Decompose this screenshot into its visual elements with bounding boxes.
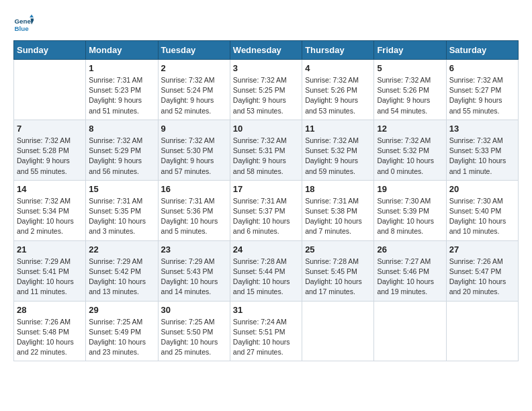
day-number: 21: [17, 244, 83, 255]
day-number: 13: [449, 124, 515, 134]
day-number: 1: [89, 63, 154, 73]
day-number: 5: [377, 63, 443, 73]
day-number: 23: [161, 244, 227, 255]
calendar-cell: 14Sunrise: 7:32 AMSunset: 5:34 PMDayligh…: [14, 180, 86, 240]
week-row-4: 21Sunrise: 7:29 AMSunset: 5:41 PMDayligh…: [14, 240, 519, 301]
day-number: 24: [233, 244, 299, 255]
day-info: Sunrise: 7:32 AMSunset: 5:31 PMDaylight:…: [233, 136, 299, 177]
calendar-cell: 29Sunrise: 7:25 AMSunset: 5:49 PMDayligh…: [86, 301, 158, 361]
day-number: 30: [161, 305, 227, 315]
day-info: Sunrise: 7:30 AMSunset: 5:40 PMDaylight:…: [449, 196, 515, 237]
calendar-cell: 6Sunrise: 7:32 AMSunset: 5:27 PMDaylight…: [446, 60, 518, 120]
day-info: Sunrise: 7:32 AMSunset: 5:32 PMDaylight:…: [377, 136, 443, 177]
day-number: 12: [377, 124, 443, 134]
calendar-cell: 11Sunrise: 7:32 AMSunset: 5:32 PMDayligh…: [302, 120, 374, 180]
calendar-cell: 5Sunrise: 7:32 AMSunset: 5:26 PMDaylight…: [374, 60, 446, 120]
calendar-cell: 13Sunrise: 7:32 AMSunset: 5:33 PMDayligh…: [446, 120, 518, 180]
week-row-1: 1Sunrise: 7:31 AMSunset: 5:23 PMDaylight…: [14, 60, 519, 120]
calendar-cell: 7Sunrise: 7:32 AMSunset: 5:28 PMDaylight…: [14, 120, 86, 180]
day-info: Sunrise: 7:26 AMSunset: 5:47 PMDaylight:…: [449, 257, 515, 298]
day-number: 8: [89, 124, 154, 134]
day-number: 14: [17, 184, 83, 194]
day-info: Sunrise: 7:31 AMSunset: 5:35 PMDaylight:…: [89, 196, 154, 237]
day-number: 22: [89, 244, 154, 255]
calendar-cell: 2Sunrise: 7:32 AMSunset: 5:24 PMDaylight…: [158, 60, 230, 120]
day-number: 2: [161, 63, 227, 73]
calendar-cell: 9Sunrise: 7:32 AMSunset: 5:30 PMDaylight…: [158, 120, 230, 180]
day-number: 31: [233, 305, 299, 315]
logo-icon: General Blue: [13, 13, 34, 34]
calendar-cell: 23Sunrise: 7:29 AMSunset: 5:43 PMDayligh…: [158, 240, 230, 301]
day-number: 15: [89, 184, 154, 194]
day-info: Sunrise: 7:32 AMSunset: 5:26 PMDaylight:…: [305, 75, 371, 116]
weekday-header-sunday: Sunday: [14, 41, 86, 60]
day-number: 17: [233, 184, 299, 194]
day-info: Sunrise: 7:32 AMSunset: 5:24 PMDaylight:…: [161, 75, 227, 116]
weekday-header-monday: Monday: [86, 41, 158, 60]
day-info: Sunrise: 7:32 AMSunset: 5:27 PMDaylight:…: [449, 75, 515, 116]
calendar-cell: 24Sunrise: 7:28 AMSunset: 5:44 PMDayligh…: [230, 240, 302, 301]
day-number: 16: [161, 184, 227, 194]
calendar-cell: 8Sunrise: 7:32 AMSunset: 5:29 PMDaylight…: [86, 120, 158, 180]
calendar-cell: 25Sunrise: 7:28 AMSunset: 5:45 PMDayligh…: [302, 240, 374, 301]
day-number: 29: [89, 305, 154, 315]
weekday-header-row: SundayMondayTuesdayWednesdayThursdayFrid…: [14, 41, 519, 60]
day-info: Sunrise: 7:24 AMSunset: 5:51 PMDaylight:…: [233, 317, 299, 358]
weekday-header-friday: Friday: [374, 41, 446, 60]
day-number: 20: [449, 184, 515, 194]
day-info: Sunrise: 7:25 AMSunset: 5:50 PMDaylight:…: [161, 317, 227, 358]
calendar-cell: [446, 301, 518, 361]
day-info: Sunrise: 7:27 AMSunset: 5:46 PMDaylight:…: [377, 257, 443, 298]
calendar-cell: 30Sunrise: 7:25 AMSunset: 5:50 PMDayligh…: [158, 301, 230, 361]
day-info: Sunrise: 7:32 AMSunset: 5:30 PMDaylight:…: [161, 136, 227, 177]
day-info: Sunrise: 7:28 AMSunset: 5:45 PMDaylight:…: [305, 257, 371, 298]
calendar-cell: 27Sunrise: 7:26 AMSunset: 5:47 PMDayligh…: [446, 240, 518, 301]
day-info: Sunrise: 7:29 AMSunset: 5:42 PMDaylight:…: [89, 257, 154, 298]
calendar-cell: 3Sunrise: 7:32 AMSunset: 5:25 PMDaylight…: [230, 60, 302, 120]
weekday-header-tuesday: Tuesday: [158, 41, 230, 60]
svg-text:Blue: Blue: [15, 25, 30, 32]
calendar-cell: 15Sunrise: 7:31 AMSunset: 5:35 PMDayligh…: [86, 180, 158, 240]
week-row-3: 14Sunrise: 7:32 AMSunset: 5:34 PMDayligh…: [14, 180, 519, 240]
calendar-cell: 16Sunrise: 7:31 AMSunset: 5:36 PMDayligh…: [158, 180, 230, 240]
day-info: Sunrise: 7:32 AMSunset: 5:29 PMDaylight:…: [89, 136, 154, 177]
day-number: 19: [377, 184, 443, 194]
day-number: 28: [17, 305, 83, 315]
day-number: 10: [233, 124, 299, 134]
svg-marker-2: [30, 15, 34, 18]
calendar-cell: 17Sunrise: 7:31 AMSunset: 5:37 PMDayligh…: [230, 180, 302, 240]
day-info: Sunrise: 7:32 AMSunset: 5:28 PMDaylight:…: [17, 136, 83, 177]
day-info: Sunrise: 7:25 AMSunset: 5:49 PMDaylight:…: [89, 317, 154, 358]
day-number: 9: [161, 124, 227, 134]
day-number: 4: [305, 63, 371, 73]
calendar-cell: 4Sunrise: 7:32 AMSunset: 5:26 PMDaylight…: [302, 60, 374, 120]
day-number: 25: [305, 244, 371, 255]
day-number: 11: [305, 124, 371, 134]
calendar-cell: 20Sunrise: 7:30 AMSunset: 5:40 PMDayligh…: [446, 180, 518, 240]
day-info: Sunrise: 7:30 AMSunset: 5:39 PMDaylight:…: [377, 196, 443, 237]
day-number: 18: [305, 184, 371, 194]
weekday-header-thursday: Thursday: [302, 41, 374, 60]
week-row-5: 28Sunrise: 7:26 AMSunset: 5:48 PMDayligh…: [14, 301, 519, 361]
calendar-cell: 12Sunrise: 7:32 AMSunset: 5:32 PMDayligh…: [374, 120, 446, 180]
calendar-cell: 19Sunrise: 7:30 AMSunset: 5:39 PMDayligh…: [374, 180, 446, 240]
day-info: Sunrise: 7:31 AMSunset: 5:23 PMDaylight:…: [89, 75, 154, 116]
day-info: Sunrise: 7:32 AMSunset: 5:25 PMDaylight:…: [233, 75, 299, 116]
calendar-cell: 28Sunrise: 7:26 AMSunset: 5:48 PMDayligh…: [14, 301, 86, 361]
calendar-cell: 22Sunrise: 7:29 AMSunset: 5:42 PMDayligh…: [86, 240, 158, 301]
calendar-cell: 1Sunrise: 7:31 AMSunset: 5:23 PMDaylight…: [86, 60, 158, 120]
calendar-cell: 26Sunrise: 7:27 AMSunset: 5:46 PMDayligh…: [374, 240, 446, 301]
day-number: 7: [17, 124, 83, 134]
day-number: 6: [449, 63, 515, 73]
day-info: Sunrise: 7:29 AMSunset: 5:43 PMDaylight:…: [161, 257, 227, 298]
page-header: General Blue: [13, 13, 519, 34]
calendar-table: SundayMondayTuesdayWednesdayThursdayFrid…: [13, 40, 519, 361]
day-info: Sunrise: 7:32 AMSunset: 5:32 PMDaylight:…: [305, 136, 371, 177]
day-info: Sunrise: 7:31 AMSunset: 5:38 PMDaylight:…: [305, 196, 371, 237]
calendar-cell: 21Sunrise: 7:29 AMSunset: 5:41 PMDayligh…: [14, 240, 86, 301]
day-info: Sunrise: 7:31 AMSunset: 5:36 PMDaylight:…: [161, 196, 227, 237]
calendar-cell: 18Sunrise: 7:31 AMSunset: 5:38 PMDayligh…: [302, 180, 374, 240]
day-info: Sunrise: 7:28 AMSunset: 5:44 PMDaylight:…: [233, 257, 299, 298]
calendar-cell: [302, 301, 374, 361]
day-info: Sunrise: 7:26 AMSunset: 5:48 PMDaylight:…: [17, 317, 83, 358]
